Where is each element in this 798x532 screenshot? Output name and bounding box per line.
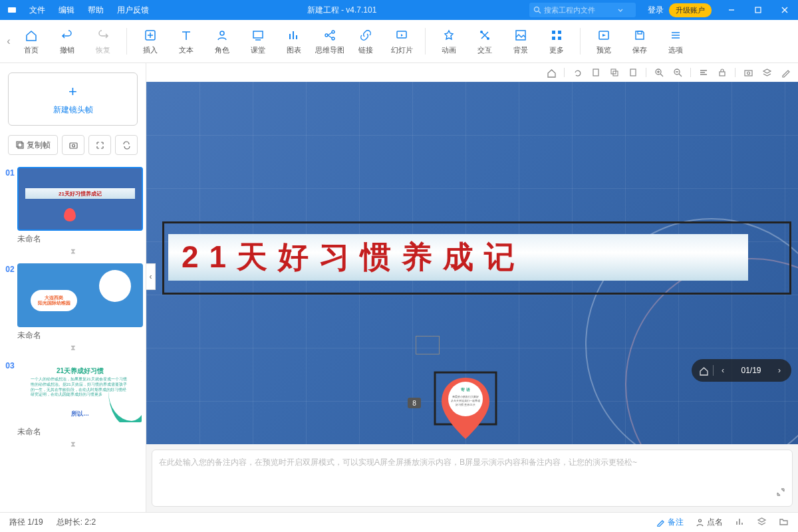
svg-point-13 xyxy=(487,37,489,40)
status-chart-icon[interactable] xyxy=(735,517,745,529)
grid-icon xyxy=(549,28,564,43)
toolbar-separator xyxy=(126,28,127,55)
class-button[interactable]: 课堂 xyxy=(240,23,276,60)
slide-item[interactable]: 03 21天养成好习惯 一个人的动作或想法，如果重复21天就会变成一个习惯性的动… xyxy=(3,360,143,448)
more-button[interactable]: 更多 xyxy=(539,23,575,60)
slide-number: 03 xyxy=(3,360,17,370)
minimize-button[interactable] xyxy=(718,0,745,20)
thumb-text: 大连西岗 xyxy=(45,295,63,301)
maximize-button[interactable] xyxy=(745,0,771,20)
expand-notes-icon[interactable] xyxy=(776,487,785,499)
preview-button[interactable]: 预览 xyxy=(586,23,622,60)
menu-feedback[interactable]: 用户反馈 xyxy=(112,1,154,20)
status-layers-icon[interactable] xyxy=(757,517,767,529)
redo-button[interactable]: 恢复 xyxy=(85,23,121,60)
notes-input[interactable] xyxy=(152,450,765,506)
svg-rect-23 xyxy=(70,143,77,148)
search-box[interactable] xyxy=(529,3,636,17)
title-banner-object[interactable]: 21天好习惯养成记 xyxy=(162,221,791,295)
svg-rect-21 xyxy=(17,142,22,147)
insert-icon xyxy=(143,28,158,43)
save-button[interactable]: 保存 xyxy=(622,23,658,60)
thumb-title: 21天养成好习惯 xyxy=(19,366,142,376)
camera-button[interactable] xyxy=(62,135,84,155)
status-folder-icon[interactable] xyxy=(779,517,789,529)
svg-rect-17 xyxy=(552,37,555,40)
edit-icon[interactable] xyxy=(779,66,791,78)
canvas-viewport[interactable]: ‹ 21天好习惯养成记 8 寄 语 亲爱的小朋友们大家好 xyxy=(146,82,798,444)
copy-frame-button[interactable]: 复制帧 xyxy=(8,135,58,155)
menu-edit[interactable]: 编辑 xyxy=(53,1,80,20)
nav-next-button[interactable]: › xyxy=(770,361,789,380)
pin-badge: 8 xyxy=(408,398,421,408)
slide-item[interactable]: 01 21天好习惯养成记 未命名 ⧗ xyxy=(3,167,143,255)
main-menu: 文件 编辑 帮助 用户反馈 xyxy=(24,1,154,20)
copy-icon[interactable] xyxy=(608,66,620,78)
svg-text:寄 语: 寄 语 xyxy=(460,387,470,392)
undo-icon xyxy=(60,28,74,43)
new-frame-button[interactable]: + 新建镜头帧 xyxy=(8,72,138,126)
slide-thumbnail[interactable]: 大连西岗阳光国际幼稚园 xyxy=(17,263,143,327)
collapse-sidebar-button[interactable]: ‹ xyxy=(146,263,156,290)
text-button[interactable]: 文本 xyxy=(168,23,204,60)
svg-rect-0 xyxy=(8,7,16,13)
scan-button[interactable] xyxy=(88,135,111,155)
background-button[interactable]: 背景 xyxy=(503,23,539,60)
slide-button[interactable]: 幻灯片 xyxy=(384,23,420,60)
thumb-footer: 所以… xyxy=(19,410,142,418)
home-view-icon[interactable] xyxy=(545,66,557,78)
animation-button[interactable]: 动画 xyxy=(431,23,467,60)
screenshot-icon[interactable] xyxy=(742,66,754,78)
link-button[interactable]: 链接 xyxy=(348,23,384,60)
upgrade-button[interactable]: 升级账户 xyxy=(669,3,712,17)
titlebar: 文件 编辑 帮助 用户反馈 新建工程 - v4.7.101 登录 升级账户 xyxy=(0,0,798,20)
menu-help[interactable]: 帮助 xyxy=(82,1,109,20)
insert-button[interactable]: 插入 xyxy=(132,23,168,60)
layers-icon[interactable] xyxy=(761,66,773,78)
svg-point-6 xyxy=(220,31,224,35)
zoom-out-icon[interactable] xyxy=(672,66,684,78)
nav-home-icon[interactable] xyxy=(694,361,713,380)
slide-name: 未命名 xyxy=(17,426,143,438)
background-icon xyxy=(513,28,528,43)
notes-toggle-button[interactable]: 备注 xyxy=(656,517,684,528)
clipboard-icon[interactable] xyxy=(590,66,602,78)
menu-file[interactable]: 文件 xyxy=(24,1,51,20)
redo-icon xyxy=(96,28,110,43)
align-icon[interactable] xyxy=(698,66,710,78)
zoom-in-icon[interactable] xyxy=(653,66,665,78)
search-input[interactable] xyxy=(544,6,617,14)
rotate-left-icon[interactable] xyxy=(571,66,583,78)
login-link[interactable]: 登录 xyxy=(648,5,664,16)
path-indicator: 路径 1/19 xyxy=(9,517,43,528)
pin-object[interactable]: 寄 语 亲爱的小朋友们大家好 从今天开始我们一起养成 好习惯 坚持21天 xyxy=(432,371,499,444)
slides-sidebar: + 新建镜头帧 复制帧 01 21天好习惯养成记 未命名 ⧗ 02 大连西岗阳光… xyxy=(0,63,146,512)
canvas-area: ‹ 21天好习惯养成记 8 寄 语 亲爱的小朋友们大家好 xyxy=(146,63,798,512)
chart-button[interactable]: 图表 xyxy=(276,23,312,60)
home-button[interactable]: 首页 xyxy=(13,23,49,60)
toolbar: ‹ 首页 撤销 恢复 插入 文本 角色 课堂 图表 思维导图 链接 幻灯片 动画… xyxy=(0,20,798,63)
rollcall-button[interactable]: 点名 xyxy=(696,517,723,528)
options-button[interactable]: 选项 xyxy=(658,23,694,60)
chevron-down-icon[interactable] xyxy=(617,7,624,13)
mindmap-button[interactable]: 思维导图 xyxy=(312,23,348,60)
thumb-hand-icon xyxy=(94,265,136,307)
nav-prev-button[interactable]: ‹ xyxy=(714,361,732,380)
slide-thumbnail[interactable]: 21天养成好习惯 一个人的动作或想法，如果重复21天就会变成一个习惯性的动作或想… xyxy=(17,360,143,424)
toolbar-scroll-left[interactable]: ‹ xyxy=(4,35,13,47)
loop-button[interactable] xyxy=(115,135,138,155)
undo-button[interactable]: 撤销 xyxy=(49,23,85,60)
close-button[interactable] xyxy=(771,0,798,20)
interact-button[interactable]: 交互 xyxy=(467,23,503,60)
slide-thumbnail[interactable]: 21天好习惯养成记 xyxy=(17,167,143,231)
slide-item[interactable]: 02 大连西岗阳光国际幼稚园 未命名 ⧗ xyxy=(3,263,143,352)
lock-icon[interactable] xyxy=(716,66,728,78)
new-frame-label: 新建镜头帧 xyxy=(53,104,93,116)
role-button[interactable]: 角色 xyxy=(204,23,240,60)
toolbar-separator xyxy=(425,28,426,55)
options-label: 选项 xyxy=(668,45,683,55)
selection-box[interactable] xyxy=(416,336,440,354)
loop-icon xyxy=(122,140,132,150)
paste-icon[interactable] xyxy=(627,66,639,78)
redo-label: 恢复 xyxy=(96,45,110,55)
